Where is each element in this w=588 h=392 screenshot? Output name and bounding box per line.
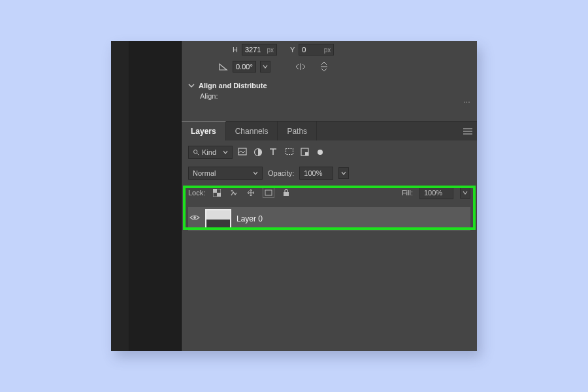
- layer-thumbnail[interactable]: [206, 210, 230, 227]
- filter-toggle-icon[interactable]: [318, 150, 323, 155]
- tab-channels-label: Channels: [235, 127, 269, 136]
- chevron-down-icon: [253, 171, 258, 176]
- svg-rect-6: [213, 189, 217, 193]
- layer-name[interactable]: Layer 0: [237, 214, 263, 223]
- fill-label: Fill:: [402, 189, 413, 197]
- h-field[interactable]: 3271 px: [242, 44, 277, 56]
- opacity-label: Opacity:: [268, 169, 294, 177]
- y-field[interactable]: 0 px: [299, 44, 334, 56]
- align-section-title: Align and Distribute: [199, 82, 267, 90]
- filter-shape-icon[interactable]: [285, 148, 294, 157]
- flip-vertical-icon[interactable]: [319, 61, 329, 72]
- fill-value: 100%: [424, 189, 442, 197]
- filter-kind-select[interactable]: Kind: [188, 146, 233, 159]
- blend-mode-value: Normal: [193, 169, 216, 177]
- tab-layers[interactable]: Layers: [182, 121, 226, 140]
- opacity-dropdown[interactable]: [338, 167, 349, 179]
- layer-filter-bar: Kind: [182, 140, 477, 164]
- properties-and-layers-area: H 3271 px Y 0 px 0.00°: [182, 41, 477, 351]
- filter-type-text-icon[interactable]: [269, 148, 278, 157]
- svg-point-11: [193, 216, 196, 219]
- lock-artboard-icon[interactable]: [263, 188, 274, 198]
- layer-row[interactable]: Layer 0: [188, 207, 470, 231]
- search-icon: [193, 149, 199, 155]
- svg-rect-3: [286, 149, 293, 155]
- fill-dropdown[interactable]: [460, 187, 470, 199]
- align-label: Align:: [200, 92, 218, 100]
- filter-smartobject-icon[interactable]: [301, 148, 310, 157]
- rotate-value: 0.00°: [236, 63, 253, 71]
- tab-layers-label: Layers: [191, 127, 216, 136]
- lock-row: Lock: Fill: 100%: [182, 184, 477, 201]
- lock-position-icon[interactable]: [246, 188, 256, 198]
- canvas-dark-area: [129, 41, 182, 351]
- panel-tabs: Layers Channels Paths: [182, 121, 477, 140]
- svg-rect-5: [305, 152, 308, 155]
- flip-horizontal-icon[interactable]: [295, 61, 306, 72]
- fill-field[interactable]: 100%: [419, 186, 453, 199]
- kind-label: Kind: [202, 148, 216, 156]
- filter-pixel-icon[interactable]: [238, 148, 247, 157]
- h-unit: px: [267, 46, 274, 54]
- filter-type-icons: [238, 148, 323, 157]
- chevron-down-icon: [188, 82, 195, 89]
- transform-size-row: H 3271 px Y 0 px: [182, 41, 477, 58]
- lock-transparency-icon[interactable]: [212, 188, 222, 198]
- tab-channels[interactable]: Channels: [226, 122, 278, 140]
- rotate-field[interactable]: 0.00°: [233, 61, 256, 73]
- blend-mode-select[interactable]: Normal: [188, 167, 263, 180]
- rotate-dropdown[interactable]: [260, 61, 270, 73]
- lock-all-icon[interactable]: [281, 188, 291, 198]
- tab-paths-label: Paths: [287, 127, 307, 136]
- filter-adjustment-icon[interactable]: [253, 148, 263, 157]
- rotate-angle-icon: [218, 61, 229, 72]
- h-label: H: [233, 46, 238, 54]
- align-row: Align:: [182, 92, 477, 103]
- opacity-field[interactable]: 100%: [299, 167, 333, 180]
- blend-row: Normal Opacity: 100%: [182, 164, 477, 184]
- lock-label: Lock:: [188, 189, 205, 197]
- lock-image-icon[interactable]: [229, 188, 239, 198]
- section-menu-icon[interactable]: …: [463, 96, 472, 104]
- panel-menu-icon[interactable]: [459, 122, 477, 140]
- chevron-down-icon: [223, 150, 228, 155]
- transform-rotate-row: 0.00°: [182, 58, 477, 75]
- svg-rect-10: [284, 192, 289, 196]
- y-label: Y: [290, 46, 295, 54]
- photoshop-panel-fragment: H 3271 px Y 0 px 0.00°: [111, 41, 477, 351]
- y-value: 0: [302, 46, 306, 54]
- visibility-eye-icon[interactable]: [189, 214, 200, 224]
- tab-paths[interactable]: Paths: [278, 122, 317, 140]
- svg-rect-9: [265, 190, 272, 195]
- h-value: 3271: [245, 46, 261, 54]
- svg-rect-1: [238, 148, 246, 155]
- tool-strip: [111, 41, 129, 351]
- y-unit: px: [324, 46, 331, 54]
- svg-rect-7: [217, 193, 221, 197]
- align-section-header[interactable]: Align and Distribute: [182, 75, 477, 92]
- svg-point-0: [194, 150, 197, 154]
- opacity-value: 100%: [304, 169, 322, 177]
